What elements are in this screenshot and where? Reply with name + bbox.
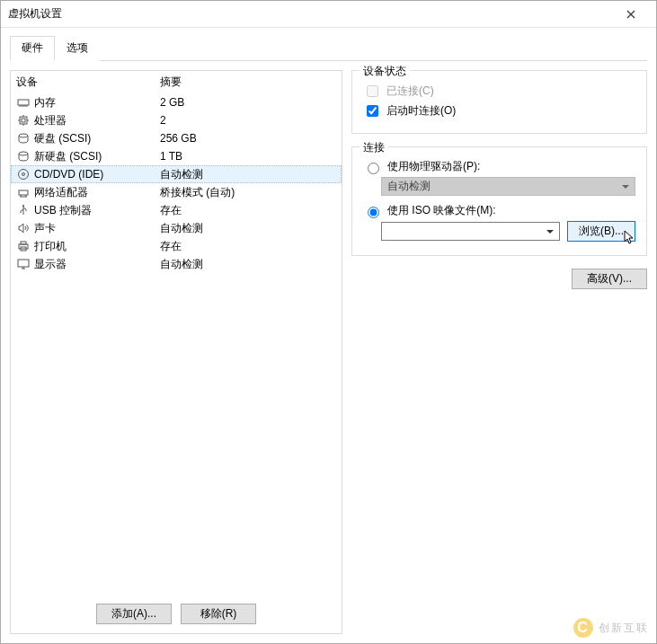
device-summary: 自动检测 (160, 257, 336, 272)
iso-row: 浏览(B)... (381, 221, 635, 242)
list-header: 设备 摘要 (11, 71, 342, 93)
radio-physical-row[interactable]: 使用物理驱动器(P): (363, 159, 635, 174)
browse-button[interactable]: 浏览(B)... (567, 221, 635, 242)
legend-connection: 连接 (360, 140, 388, 155)
checkbox-connected-row: 已连接(C) (363, 83, 635, 100)
device-row[interactable]: 新硬盘 (SCSI)1 TB (11, 147, 342, 165)
svg-point-3 (19, 134, 28, 137)
physical-dropdown-row: 自动检测 (381, 177, 635, 196)
device-list[interactable]: 设备 摘要 内存2 GB处理器2硬盘 (SCSI)256 GB新硬盘 (SCSI… (11, 71, 342, 596)
radio-use-iso-label: 使用 ISO 映像文件(M): (387, 203, 496, 218)
display-icon (16, 257, 31, 271)
device-summary: 自动检测 (160, 221, 336, 236)
printer-icon (16, 239, 31, 253)
tab-hardware[interactable]: 硬件 (10, 36, 55, 61)
advanced-row: 高级(V)... (351, 269, 647, 289)
group-device-status: 设备状态 已连接(C) 启动时连接(O) (351, 70, 647, 134)
tab-body: 设备 摘要 内存2 GB处理器2硬盘 (SCSI)256 GB新硬盘 (SCSI… (10, 61, 647, 634)
device-name: 新硬盘 (SCSI) (34, 149, 160, 164)
checkbox-connected (367, 85, 378, 97)
device-summary: 存在 (160, 239, 336, 254)
checkbox-connected-label: 已连接(C) (386, 84, 434, 99)
device-name: 硬盘 (SCSI) (34, 131, 160, 146)
add-button[interactable]: 添加(A)... (96, 604, 172, 624)
svg-rect-1 (20, 117, 27, 124)
content: 硬件 选项 设备 摘要 内存2 GB处理器2硬盘 (SCSI)256 GB新硬盘… (1, 28, 656, 643)
device-summary: 1 TB (160, 150, 336, 163)
legend-device-status: 设备状态 (360, 64, 410, 79)
window-title: 虚拟机设置 (8, 6, 613, 22)
close-button[interactable] (613, 2, 649, 27)
disk-icon (16, 149, 31, 163)
svg-rect-12 (18, 260, 29, 267)
radio-use-physical-label: 使用物理驱动器(P): (387, 159, 480, 174)
device-summary: 桥接模式 (自动) (160, 185, 336, 200)
advanced-button[interactable]: 高级(V)... (572, 269, 647, 289)
svg-rect-10 (21, 242, 26, 244)
group-connection: 连接 使用物理驱动器(P): 自动检测 使用 ISO 映像文件(M): (351, 146, 647, 256)
svg-rect-2 (22, 119, 25, 122)
svg-rect-7 (19, 190, 28, 195)
device-row[interactable]: USB 控制器存在 (11, 201, 342, 219)
device-summary: 存在 (160, 203, 336, 218)
watermark-icon: C (573, 618, 593, 638)
checkbox-connect-start-label: 启动时连接(O) (386, 103, 456, 119)
device-summary: 2 GB (160, 96, 336, 109)
titlebar: 虚拟机设置 (1, 1, 656, 28)
checkbox-connect-start-row[interactable]: 启动时连接(O) (363, 102, 635, 119)
device-name: 显示器 (34, 257, 160, 272)
device-row[interactable]: 内存2 GB (11, 93, 342, 111)
device-row[interactable]: 硬盘 (SCSI)256 GB (11, 129, 342, 147)
right-panel: 设备状态 已连接(C) 启动时连接(O) 连接 使用物理驱动器(P): (351, 70, 647, 634)
tab-options[interactable]: 选项 (55, 36, 100, 61)
watermark: C 创新互联 (573, 618, 649, 638)
device-summary: 2 (160, 114, 336, 127)
col-device: 设备 (16, 75, 160, 90)
radio-use-iso[interactable] (368, 207, 379, 218)
checkbox-connect-start[interactable] (367, 105, 378, 117)
col-summary: 摘要 (160, 75, 336, 90)
svg-point-8 (22, 205, 24, 207)
network-icon (16, 185, 31, 199)
radio-use-physical[interactable] (368, 163, 379, 174)
device-panel: 设备 摘要 内存2 GB处理器2硬盘 (SCSI)256 GB新硬盘 (SCSI… (10, 70, 342, 634)
usb-icon (16, 203, 31, 217)
device-name: 网络适配器 (34, 185, 160, 200)
device-row[interactable]: 处理器2 (11, 111, 342, 129)
device-name: USB 控制器 (34, 203, 160, 218)
memory-icon (16, 95, 31, 110)
device-summary: 256 GB (160, 132, 336, 145)
cursor-icon (624, 230, 636, 246)
tab-bar: 硬件 选项 (10, 35, 647, 61)
close-icon (626, 10, 635, 19)
sound-icon (16, 221, 31, 235)
device-name: CD/DVD (IDE) (34, 168, 160, 181)
remove-button[interactable]: 移除(R) (181, 604, 256, 624)
device-row[interactable]: CD/DVD (IDE)自动检测 (11, 165, 342, 183)
cd-icon (16, 167, 31, 181)
watermark-text: 创新互联 (599, 621, 649, 636)
svg-rect-0 (18, 100, 29, 105)
device-row[interactable]: 显示器自动检测 (11, 255, 342, 273)
iso-path-combo[interactable] (381, 222, 560, 241)
physical-drive-dropdown: 自动检测 (381, 177, 635, 196)
device-name: 打印机 (34, 239, 160, 254)
device-name: 声卡 (34, 221, 160, 236)
vm-settings-window: 虚拟机设置 硬件 选项 设备 摘要 内存2 GB处理器2硬盘 (SCSI)256… (0, 0, 657, 644)
device-row[interactable]: 声卡自动检测 (11, 219, 342, 237)
device-name: 处理器 (34, 113, 160, 128)
device-summary: 自动检测 (160, 167, 336, 182)
svg-point-6 (22, 173, 25, 176)
cpu-icon (16, 113, 31, 128)
device-row[interactable]: 打印机存在 (11, 237, 342, 255)
disk-icon (16, 131, 31, 146)
device-row[interactable]: 网络适配器桥接模式 (自动) (11, 183, 342, 201)
device-buttons: 添加(A)... 移除(R) (11, 596, 342, 633)
radio-iso-row[interactable]: 使用 ISO 映像文件(M): (363, 203, 635, 218)
svg-point-5 (19, 170, 29, 180)
svg-point-4 (19, 152, 28, 155)
device-name: 内存 (34, 95, 160, 110)
